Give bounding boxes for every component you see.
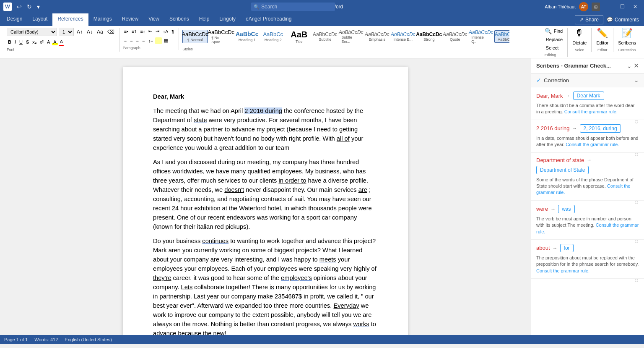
strikethrough-button[interactable]: S (25, 39, 30, 45)
comments-button[interactable]: 💬 Comments (607, 17, 639, 23)
title-search-input[interactable] (251, 3, 335, 11)
justify-button[interactable]: ≡ (141, 37, 146, 44)
text-highlight-button[interactable]: A (52, 39, 57, 45)
scribens-panel-title: Scribens - Grammar Check... (536, 63, 611, 69)
style-custom[interactable]: AaBbCcDc AaBbCcDc (494, 30, 509, 43)
style-intense-q[interactable]: AaBbCcDc Intense Q... (468, 28, 493, 45)
editor-icon: ✏️ (597, 28, 608, 39)
replace-button[interactable]: Replace (545, 36, 564, 43)
shading-button[interactable] (155, 37, 162, 44)
bullets-button[interactable]: ≡• (123, 28, 130, 35)
style-no-spacing[interactable]: AaBbCcDc ¶ No Spac... (208, 28, 234, 45)
align-center-button[interactable]: ≡ (129, 37, 134, 44)
dictate-button[interactable]: Dictate (571, 39, 588, 46)
comments-icon: 💬 (607, 17, 613, 23)
decrease-indent-button[interactable]: ⇤ (147, 28, 153, 35)
restore-button[interactable]: ❐ (617, 3, 628, 10)
style-normal[interactable]: AaBbCcDc ¶ Normal (182, 30, 208, 43)
ribbon-share-area: ↗ Share 💬 Comments (571, 13, 642, 26)
tab-scribens[interactable]: Scribens (164, 13, 194, 26)
paragraph2: As I and you discussed during our meetin… (153, 157, 378, 231)
minimize-button[interactable]: — (603, 3, 615, 10)
correction-item-3: Department of state → Department of Stat… (531, 153, 644, 201)
underline-is: is (270, 284, 274, 290)
style-subtle-em[interactable]: AoBbCcDc Subtle Em... (338, 28, 364, 45)
style-intense-em[interactable]: AoBbCcDc Intense E... (390, 30, 415, 43)
correction-2-link[interactable]: Consult the grammar rule. (566, 142, 619, 147)
tab-lingofy[interactable]: Lingofy (214, 13, 241, 26)
align-right-button[interactable]: ≡ (135, 37, 140, 44)
text-effects-button[interactable]: A (46, 39, 51, 45)
font-color-button[interactable]: A (59, 38, 64, 46)
correction-expand-button[interactable]: ⌄ (634, 77, 639, 84)
style-heading1[interactable]: AaBbCc Heading 1 (234, 29, 260, 43)
style-subtitle[interactable]: AaBbCcDc Subtitle (312, 30, 338, 43)
bold-button[interactable]: B (7, 39, 13, 45)
tab-review[interactable]: Review (117, 13, 143, 26)
subscript-button[interactable]: x₂ (31, 39, 38, 46)
font-family-selector[interactable]: Calibri (Body) (7, 28, 57, 36)
style-heading2[interactable]: AaBbCc Heading 2 (260, 30, 286, 43)
borders-button[interactable]: ▦ (163, 37, 169, 44)
tab-eangel[interactable]: eAngel Proofreading (241, 13, 296, 26)
increase-indent-button[interactable]: ⇥ (154, 28, 161, 35)
underline-button[interactable]: U (18, 39, 24, 45)
correction-4-suggestion[interactable]: was (558, 205, 574, 213)
share-button[interactable]: ↗ Share (575, 15, 603, 24)
tab-design[interactable]: Design (2, 13, 27, 26)
correction-1-link[interactable]: Consult the grammar rule. (564, 109, 618, 114)
scribens-expand-button[interactable]: ⌄ (627, 62, 632, 70)
correction-2-suggestion[interactable]: 2, 2016, during (580, 124, 621, 133)
tab-view[interactable]: View (143, 13, 164, 26)
editing-row2: Replace (545, 36, 564, 43)
style-strong[interactable]: AaBbCcDc Strong (416, 30, 441, 43)
italic-button[interactable]: I (13, 39, 17, 45)
tab-references[interactable]: References (52, 13, 88, 26)
styles-group: AaBbCcDc ¶ Normal AaBbCcDc ¶ No Spac... … (179, 28, 541, 51)
multilevel-list-button[interactable]: ≡↕ (139, 28, 147, 35)
font-size-selector[interactable]: 11 (59, 28, 74, 36)
style-title[interactable]: AaB Title (286, 28, 312, 45)
line-spacing-button[interactable]: ↕≡ (147, 37, 154, 44)
numbering-button[interactable]: ≡1 (130, 28, 138, 35)
clear-format-button[interactable]: ⌫ (106, 28, 116, 36)
find-button[interactable]: Find (553, 28, 564, 34)
tab-mailings[interactable]: Mailings (88, 13, 117, 26)
title-bar: W ↩ ↻ ▾ Document1 - Word 🔍 Alban Thiébau… (0, 0, 644, 13)
undo-redo-group: ↩ ↻ ▾ (15, 3, 42, 11)
dictate-icon: 🎙 (575, 28, 584, 39)
underline-allof: all of (337, 135, 350, 142)
pin-button[interactable]: ▾ (35, 3, 42, 11)
correction-5-link[interactable]: Consult the grammar rule. (536, 268, 589, 273)
style-emphasis[interactable]: AaBbCcDc Emphasis (364, 30, 390, 43)
show-formatting-button[interactable]: ¶ (170, 28, 175, 35)
ribbon-content: Calibri (Body) 11 A↑ A↓ Aa ⌫ B I U S x₂ … (0, 26, 644, 58)
tab-help[interactable]: Help (194, 13, 215, 26)
increase-font-button[interactable]: A↑ (75, 28, 84, 36)
correction-5-suggestion[interactable]: for (560, 244, 574, 252)
select-button[interactable]: Select (545, 44, 560, 51)
decrease-font-button[interactable]: A↓ (86, 28, 94, 36)
align-left-button[interactable]: ≡ (123, 37, 128, 44)
undo-button[interactable]: ↩ (15, 3, 23, 11)
find-icon: 🔍 (545, 28, 552, 34)
editor-button[interactable]: Editor (595, 39, 610, 46)
profile-icon[interactable]: ⊞ (592, 3, 600, 11)
scribens-close-button[interactable]: ✕ (634, 62, 639, 70)
change-case-button[interactable]: Aa (96, 28, 104, 36)
correction-1-arrow: → (566, 93, 571, 99)
redo-button[interactable]: ↻ (25, 3, 34, 11)
correction-4-arrow: → (551, 206, 556, 212)
close-button[interactable]: ✕ (630, 3, 641, 10)
underline-24hour: 24 hour (172, 205, 193, 212)
document-page[interactable]: Dear, Mark The meeting that we had on Ap… (123, 67, 408, 335)
sort-button[interactable]: ↕A (161, 28, 169, 35)
ribbon-tabs: Design Layout References Mailings Review… (0, 13, 644, 26)
correction-3-suggestion[interactable]: Department of State (536, 166, 589, 174)
style-quote[interactable]: AaBbCcDc Quote (442, 30, 467, 43)
correction-1-suggestion[interactable]: Dear Mark (573, 92, 604, 100)
superscript-button[interactable]: x² (39, 39, 45, 45)
tab-layout[interactable]: Layout (27, 13, 52, 26)
correction-1-original: Dear, Mark (536, 93, 563, 99)
scribens-ribbon-button[interactable]: Scribens (617, 39, 637, 46)
